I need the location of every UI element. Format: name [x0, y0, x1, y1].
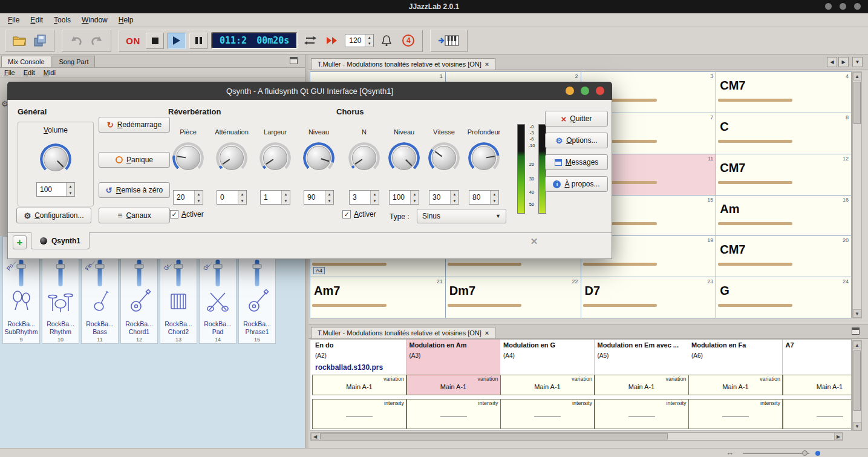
fader-handle[interactable]: [174, 264, 183, 269]
bar-cell-16[interactable]: 16Am: [716, 196, 852, 237]
scroll-tabs-left-icon[interactable]: ◀: [827, 57, 837, 67]
menu-item-midi[interactable]: Midi: [39, 68, 60, 77]
tempo-spin-arrows[interactable]: ▲▼: [365, 35, 373, 47]
variation-box[interactable]: variationMain A-1: [500, 375, 595, 395]
playback-point-button[interactable]: [323, 31, 341, 50]
spin-arrows[interactable]: ▲▼: [370, 191, 379, 204]
variation-box[interactable]: variationMain A-1: [783, 375, 852, 395]
bar-cell-22[interactable]: 22Dm7: [446, 277, 581, 318]
menu-item-tools[interactable]: Tools: [48, 14, 76, 26]
midi-export-button[interactable]: [436, 31, 462, 50]
fader-handle[interactable]: [214, 264, 223, 269]
spinbox[interactable]: 90▲▼: [304, 190, 334, 205]
menu-item-edit[interactable]: Edit: [25, 14, 48, 26]
variation-box[interactable]: variationMain A-1: [595, 375, 689, 395]
zoom-slider-thumb[interactable]: [802, 450, 808, 456]
song-part-column[interactable]: Modulation en Am(A3)variationMain A-1int…: [406, 340, 501, 430]
reset-button[interactable]: ↺ Remise à zéro: [99, 182, 170, 198]
add-engine-button[interactable]: +: [13, 235, 27, 249]
leadsheet-vertical-scrollbar[interactable]: ▲ ▼: [852, 71, 862, 318]
pause-button[interactable]: [189, 33, 207, 49]
fader-handle[interactable]: [135, 264, 144, 269]
undo-button[interactable]: [67, 31, 85, 50]
spin-arrows[interactable]: ▲▼: [450, 191, 458, 204]
intensity-box[interactable]: intensity: [783, 399, 852, 429]
loop-button[interactable]: [301, 31, 319, 50]
intensity-box[interactable]: intensity: [595, 399, 689, 429]
intensity-box[interactable]: intensity: [500, 399, 595, 429]
knob-control[interactable]: [259, 142, 291, 174]
spin-arrows[interactable]: ▲▼: [194, 191, 203, 204]
click-button[interactable]: [377, 31, 396, 50]
bar-cell-24[interactable]: 24G: [716, 277, 852, 318]
song-structure-vertical-scrollbar[interactable]: ▲ ▼: [852, 340, 862, 431]
channels-button[interactable]: ≡ Canaux: [99, 208, 170, 223]
intensity-box[interactable]: intensity: [312, 399, 406, 429]
spinbox[interactable]: 3▲▼: [349, 190, 379, 205]
volume-fader[interactable]: [59, 260, 63, 286]
tab-mix-console[interactable]: Mix Console: [1, 56, 51, 67]
knob-control[interactable]: [388, 142, 420, 174]
volume-fader[interactable]: [19, 260, 24, 286]
scroll-right-icon[interactable]: ▶: [834, 433, 843, 440]
engine-tab-qsynth1[interactable]: Qsynth1: [31, 232, 90, 249]
maximize-panel-icon[interactable]: [852, 327, 860, 335]
scroll-up-icon[interactable]: ▲: [853, 341, 861, 349]
fader-handle[interactable]: [17, 264, 26, 269]
reverb-active-checkbox[interactable]: ✓ Activer: [170, 210, 204, 219]
minimize-icon[interactable]: [825, 3, 832, 10]
restart-button[interactable]: ↻ Redémarrage: [99, 117, 170, 133]
knob-control[interactable]: [468, 142, 500, 174]
play-button[interactable]: [168, 33, 186, 49]
scroll-thumb[interactable]: [320, 433, 668, 439]
panic-button[interactable]: Panique: [99, 152, 170, 168]
bar-cell-21[interactable]: 21Am7: [310, 277, 446, 318]
tab-leadsheet-song[interactable]: T.Muller - Modulations tonalités relativ…: [311, 58, 495, 70]
tempo-spinner[interactable]: 120 ▲▼: [345, 34, 374, 47]
fader-handle[interactable]: [253, 264, 262, 269]
song-part-column[interactable]: En do(A2)rockballad.s130.prsvariationMai…: [312, 340, 406, 430]
minimize-icon[interactable]: [566, 87, 574, 95]
song-part-header[interactable]: Modulation en Am(A3): [406, 340, 501, 375]
qsynth-titlebar[interactable]: Qsynth - A fluidsynth Qt GUI Interface […: [7, 82, 612, 100]
redo-button[interactable]: [88, 31, 106, 50]
menu-item-edit[interactable]: Edit: [19, 68, 39, 77]
close-icon[interactable]: [854, 3, 861, 10]
song-part-header[interactable]: A7: [783, 340, 852, 375]
song-part-column[interactable]: Modulation en G(A4)variationMain A-1inte…: [500, 340, 595, 430]
maximize-icon[interactable]: [581, 87, 589, 95]
options-button[interactable]: ⚙ Options...: [545, 133, 608, 148]
intensity-box[interactable]: intensity: [406, 399, 501, 429]
bar-cell-23[interactable]: 23D7: [581, 277, 717, 318]
intensity-box[interactable]: intensity: [688, 399, 783, 429]
playback-on-button[interactable]: ON: [124, 31, 142, 50]
spin-arrows[interactable]: ▲▼: [410, 191, 419, 204]
scroll-thumb[interactable]: [853, 350, 861, 411]
song-part-column[interactable]: Modulation en Em avec ...(A5)variationMa…: [595, 340, 689, 430]
close-icon[interactable]: [596, 87, 604, 95]
spinbox[interactable]: 80▲▼: [469, 190, 499, 205]
volume-fader[interactable]: [255, 260, 259, 286]
fader-handle[interactable]: [96, 264, 105, 269]
volume-fader[interactable]: [137, 260, 142, 286]
knob-control[interactable]: [348, 142, 380, 174]
spin-arrows[interactable]: ▲▼: [281, 191, 290, 204]
spin-arrows[interactable]: ▲▼: [325, 191, 333, 204]
scroll-left-icon[interactable]: ◀: [311, 433, 319, 440]
knob-control[interactable]: [428, 142, 460, 174]
spinbox[interactable]: 30▲▼: [429, 190, 459, 205]
song-structure-horizontal-scrollbar[interactable]: ◀ ▶: [310, 432, 843, 441]
setup-button[interactable]: ⚙ Configuration...: [16, 208, 91, 223]
maximize-icon[interactable]: [840, 3, 846, 10]
close-tab-icon[interactable]: ×: [485, 61, 489, 68]
volume-fader[interactable]: [216, 260, 220, 286]
quit-button[interactable]: × Quitter: [545, 111, 608, 127]
menu-item-help[interactable]: Help: [113, 14, 139, 26]
spin-arrows[interactable]: ▲▼: [238, 191, 246, 204]
variation-box[interactable]: variationMain A-1: [312, 375, 406, 395]
knob-control[interactable]: [40, 143, 71, 175]
tab-list-dropdown-icon[interactable]: ▼: [852, 57, 863, 67]
song-part-header[interactable]: Modulation en Em avec ...(A5): [595, 340, 689, 375]
zoom-slider[interactable]: [743, 453, 809, 454]
about-button[interactable]: i À propos...: [545, 176, 608, 192]
